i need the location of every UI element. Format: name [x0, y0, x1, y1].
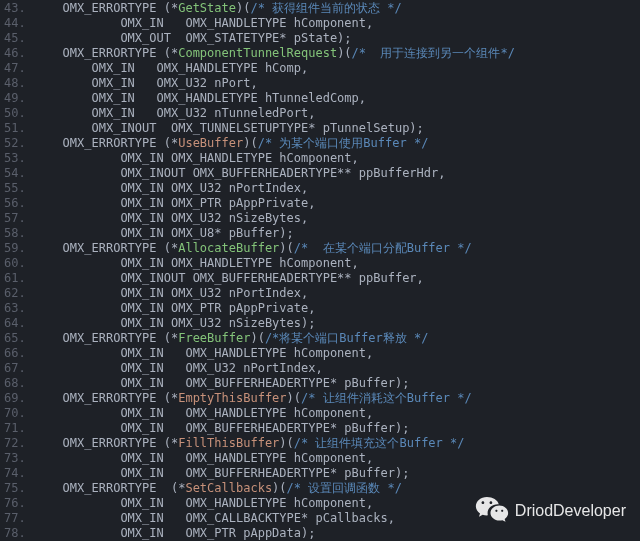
line-number: 52. [4, 136, 26, 151]
watermark: DriodDeveloper [475, 495, 626, 527]
comment: /* 获得组件当前的状态 */ [250, 1, 401, 15]
code-token: OMX_IN OMX_PTR pAppPrivate, [34, 301, 316, 315]
line-number: 76. [4, 496, 26, 511]
code-line: OMX_IN OMX_U32 nPort, [34, 76, 640, 91]
code-line: OMX_IN OMX_PTR pAppPrivate, [34, 301, 640, 316]
code-token: OMX_ERRORTYPE (* [34, 331, 179, 345]
function-name: FreeBuffer [178, 331, 250, 345]
code-token: OMX_IN OMX_PTR pAppPrivate, [34, 196, 316, 210]
comment: /* 让组件消耗这个Buffer */ [301, 391, 472, 405]
code-line: OMX_ERRORTYPE (*GetState)(/* 获得组件当前的状态 *… [34, 1, 640, 16]
code-token: )( [236, 1, 250, 15]
line-number: 44. [4, 16, 26, 31]
code-token: OMX_IN OMX_HANDLETYPE hComponent, [34, 406, 374, 420]
line-number: 53. [4, 151, 26, 166]
code-line: OMX_ERRORTYPE (*SetCallbacks)(/* 设置回调函数 … [34, 481, 640, 496]
line-number: 57. [4, 211, 26, 226]
function-name: SetCallbacks [185, 481, 272, 495]
code-line: OMX_IN OMX_U32 nPortIndex, [34, 286, 640, 301]
code-token: OMX_IN OMX_U32 nTunneledPort, [34, 106, 316, 120]
code-token: OMX_IN OMX_U32 nPortIndex, [34, 286, 309, 300]
code-token: OMX_IN OMX_U32 nPort, [34, 76, 258, 90]
comment: /* 在某个端口分配Buffer */ [294, 241, 472, 255]
wechat-icon [475, 495, 509, 527]
code-line: OMX_INOUT OMX_BUFFERHEADERTYPE** ppBuffe… [34, 166, 640, 181]
code-line: OMX_ERRORTYPE (*EmptyThisBuffer)(/* 让组件消… [34, 391, 640, 406]
code-line: OMX_IN OMX_BUFFERHEADERTYPE* pBuffer); [34, 466, 640, 481]
line-number: 67. [4, 361, 26, 376]
code-token: )( [250, 331, 264, 345]
code-line: OMX_IN OMX_HANDLETYPE hComponent, [34, 256, 640, 271]
code-area[interactable]: OMX_ERRORTYPE (*GetState)(/* 获得组件当前的状态 *… [34, 0, 640, 541]
code-line: OMX_IN OMX_PTR pAppPrivate, [34, 196, 640, 211]
line-number: 70. [4, 406, 26, 421]
code-token: )( [287, 391, 301, 405]
function-name: FillThisBuffer [178, 436, 279, 450]
code-token: OMX_IN OMX_PTR pAppData); [34, 526, 316, 540]
line-number: 73. [4, 451, 26, 466]
line-number: 77. [4, 511, 26, 526]
code-line: OMX_IN OMX_HANDLETYPE hTunneledComp, [34, 91, 640, 106]
code-token: OMX_IN OMX_U8* pBuffer); [34, 226, 294, 240]
code-line: OMX_IN OMX_U32 nPortIndex, [34, 181, 640, 196]
line-number: 59. [4, 241, 26, 256]
code-token: OMX_ERRORTYPE (* [34, 436, 179, 450]
line-number: 43. [4, 1, 26, 16]
line-number: 74. [4, 466, 26, 481]
code-token: OMX_IN OMX_BUFFERHEADERTYPE* pBuffer); [34, 421, 410, 435]
code-token: OMX_ERRORTYPE (* [34, 1, 179, 15]
code-token: OMX_IN OMX_HANDLETYPE hComponent, [34, 451, 374, 465]
code-line: OMX_IN OMX_U32 nPortIndex, [34, 361, 640, 376]
line-number: 51. [4, 121, 26, 136]
line-number: 75. [4, 481, 26, 496]
code-line: OMX_IN OMX_HANDLETYPE hComponent, [34, 16, 640, 31]
function-name: EmptyThisBuffer [178, 391, 286, 405]
code-token: OMX_IN OMX_HANDLETYPE hComp, [34, 61, 309, 75]
code-token: OMX_IN OMX_BUFFERHEADERTYPE* pBuffer); [34, 466, 410, 480]
code-token: OMX_IN OMX_U32 nPortIndex, [34, 361, 323, 375]
code-token: OMX_IN OMX_HANDLETYPE hComponent, [34, 151, 359, 165]
code-token: OMX_ERRORTYPE (* [34, 481, 186, 495]
code-line: OMX_IN OMX_HANDLETYPE hComponent, [34, 346, 640, 361]
code-line: OMX_ERRORTYPE (*ComponentTunnelRequest)(… [34, 46, 640, 61]
code-token: OMX_IN OMX_HANDLETYPE hTunneledComp, [34, 91, 366, 105]
code-line: OMX_IN OMX_PTR pAppData); [34, 526, 640, 541]
comment: /* 用于连接到另一个组件*/ [352, 46, 515, 60]
code-token: )( [272, 481, 286, 495]
code-token: OMX_IN OMX_HANDLETYPE hComponent, [34, 496, 374, 510]
function-name: ComponentTunnelRequest [178, 46, 337, 60]
line-number: 55. [4, 181, 26, 196]
line-number: 54. [4, 166, 26, 181]
code-token: OMX_IN OMX_HANDLETYPE hComponent, [34, 346, 374, 360]
code-token: OMX_INOUT OMX_BUFFERHEADERTYPE** ppBuffe… [34, 166, 446, 180]
function-name: GetState [178, 1, 236, 15]
function-name: UseBuffer [178, 136, 243, 150]
line-number: 47. [4, 61, 26, 76]
code-token: OMX_INOUT OMX_TUNNELSETUPTYPE* pTunnelSe… [34, 121, 424, 135]
line-number: 56. [4, 196, 26, 211]
code-token: )( [279, 436, 293, 450]
code-line: OMX_ERRORTYPE (*FillThisBuffer)(/* 让组件填充… [34, 436, 640, 451]
line-number: 48. [4, 76, 26, 91]
code-line: OMX_IN OMX_U32 nTunneledPort, [34, 106, 640, 121]
line-number: 66. [4, 346, 26, 361]
code-line: OMX_IN OMX_BUFFERHEADERTYPE* pBuffer); [34, 421, 640, 436]
code-token: OMX_INOUT OMX_BUFFERHEADERTYPE** ppBuffe… [34, 271, 424, 285]
line-number: 71. [4, 421, 26, 436]
code-line: OMX_IN OMX_HANDLETYPE hComponent, [34, 151, 640, 166]
line-number: 64. [4, 316, 26, 331]
line-number: 49. [4, 91, 26, 106]
code-token: OMX_ERRORTYPE (* [34, 46, 179, 60]
code-line: OMX_IN OMX_U32 nSizeBytes); [34, 316, 640, 331]
comment: /* 设置回调函数 */ [287, 481, 402, 495]
line-number: 78. [4, 526, 26, 541]
line-number: 46. [4, 46, 26, 61]
code-token: OMX_IN OMX_HANDLETYPE hComponent, [34, 256, 359, 270]
line-number: 72. [4, 436, 26, 451]
line-number-gutter: 43.44.45.46.47.48.49.50.51.52.53.54.55.5… [0, 0, 34, 541]
code-token: )( [279, 241, 293, 255]
line-number: 61. [4, 271, 26, 286]
code-line: OMX_IN OMX_U32 nSizeBytes, [34, 211, 640, 226]
code-line: OMX_ERRORTYPE (*UseBuffer)(/* 为某个端口使用Buf… [34, 136, 640, 151]
code-token: )( [243, 136, 257, 150]
